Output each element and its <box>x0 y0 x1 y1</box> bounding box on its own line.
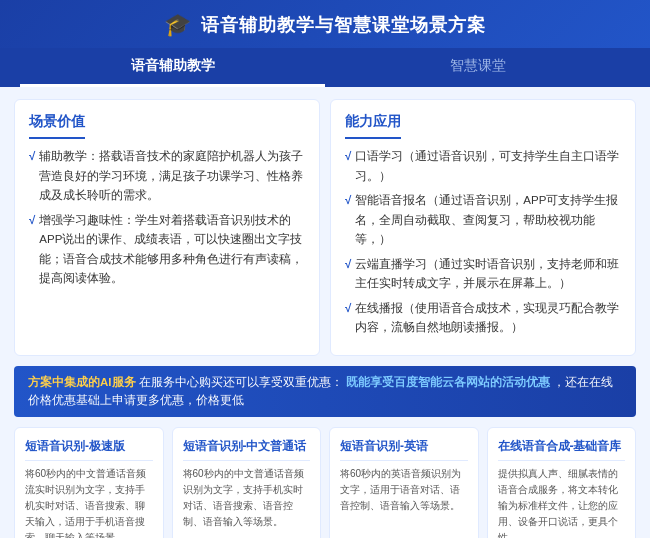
product-name-0: 短语音识别-极速版 <box>25 438 153 461</box>
ability-text-3: 在线播报（使用语音合成技术，实现灵巧配合教学内容，流畅自然地朗读播报。） <box>355 299 621 338</box>
main-content: 场景价值 √ 辅助教学：搭载语音技术的家庭陪护机器人为孩子营造良好的学习环境，满… <box>0 87 650 538</box>
ability-check-2: √ <box>345 255 351 294</box>
tab-bar: 语音辅助教学 智慧课堂 <box>0 48 650 87</box>
tab-zhihui[interactable]: 智慧课堂 <box>325 48 630 87</box>
product-desc-3: 提供拟真人声、细腻表情的语音合成服务，将文本转化输为标准样文件，让您的应用、设备… <box>498 466 626 539</box>
ai-banner-prefix: 方案中集成的AI服务 <box>28 376 136 388</box>
ability-check-0: √ <box>345 147 351 186</box>
product-name-2: 短语音识别-英语 <box>340 438 468 461</box>
product-desc-2: 将60秒内的英语音频识别为文字，适用于语音对话、语音控制、语音输入等场景。 <box>340 466 468 539</box>
scene-card: 场景价值 √ 辅助教学：搭载语音技术的家庭陪护机器人为孩子营造良好的学习环境，满… <box>14 99 320 356</box>
product-grid: 短语音识别-极速版 将60秒内的中文普通话音频流实时识别为文字，支持手机实时对话… <box>14 427 636 538</box>
ability-item-3: √ 在线播报（使用语音合成技术，实现灵巧配合教学内容，流畅自然地朗读播报。） <box>345 299 621 338</box>
tab-yuyin[interactable]: 语音辅助教学 <box>20 48 325 87</box>
product-card-2: 短语音识别-英语 将60秒内的英语音频识别为文字，适用于语音对话、语音控制、语音… <box>329 427 479 538</box>
ability-item-0: √ 口语学习（通过语音识别，可支持学生自主口语学习。） <box>345 147 621 186</box>
product-name-1: 短语音识别-中文普通话 <box>183 438 311 461</box>
ability-text-1: 智能语音报名（通过语音识别，APP可支持学生报名，全周自动截取、查阅复习，帮助校… <box>355 191 621 250</box>
main-container: 🎓 语音辅助教学与智慧课堂场景方案 语音辅助教学 智慧课堂 场景价值 √ 辅助教… <box>0 0 650 538</box>
ability-text-0: 口语学习（通过语音识别，可支持学生自主口语学习。） <box>355 147 621 186</box>
header: 🎓 语音辅助教学与智慧课堂场景方案 <box>0 0 650 48</box>
product-card-0: 短语音识别-极速版 将60秒内的中文普通话音频流实时识别为文字，支持手机实时对话… <box>14 427 164 538</box>
header-icon: 🎓 <box>164 12 191 38</box>
scene-item-1: √ 增强学习趣味性：学生对着搭载语音识别技术的APP说出的课作、成绩表语，可以快… <box>29 211 305 289</box>
ability-check-1: √ <box>345 191 351 250</box>
product-desc-0: 将60秒内的中文普通话音频流实时识别为文字，支持手机实时对话、语音搜索、聊天输入… <box>25 466 153 539</box>
scene-text-0: 辅助教学：搭载语音技术的家庭陪护机器人为孩子营造良好的学习环境，满足孩子功课学习… <box>39 147 305 206</box>
ability-check-3: √ <box>345 299 351 338</box>
ai-banner-text2: 既能享受百度智能云各网站的活动优惠 <box>346 376 550 388</box>
scene-text-1: 增强学习趣味性：学生对着搭载语音识别技术的APP说出的课作、成绩表语，可以快速圈… <box>39 211 305 289</box>
product-name-3: 在线语音合成-基础音库 <box>498 438 626 461</box>
ability-card: 能力应用 √ 口语学习（通过语音识别，可支持学生自主口语学习。） √ 智能语音报… <box>330 99 636 356</box>
product-card-3: 在线语音合成-基础音库 提供拟真人声、细腻表情的语音合成服务，将文本转化输为标准… <box>487 427 637 538</box>
check-mark-0: √ <box>29 147 35 206</box>
scene-card-content: √ 辅助教学：搭载语音技术的家庭陪护机器人为孩子营造良好的学习环境，满足孩子功课… <box>29 147 305 289</box>
ability-text-2: 云端直播学习（通过实时语音识别，支持老师和班主任实时转成文字，并展示在屏幕上。） <box>355 255 621 294</box>
scene-card-title: 场景价值 <box>29 113 85 139</box>
check-mark-1: √ <box>29 211 35 289</box>
product-card-1: 短语音识别-中文普通话 将60秒内的中文普通话音频识别为文字，支持手机实时对话、… <box>172 427 322 538</box>
ability-card-content: √ 口语学习（通过语音识别，可支持学生自主口语学习。） √ 智能语音报名（通过语… <box>345 147 621 338</box>
ai-banner: 方案中集成的AI服务 在服务中心购买还可以享受双重优惠： 既能享受百度智能云各网… <box>14 366 636 417</box>
ai-banner-text1: 在服务中心购买还可以享受双重优惠： <box>139 376 343 388</box>
ability-item-2: √ 云端直播学习（通过实时语音识别，支持老师和班主任实时转成文字，并展示在屏幕上… <box>345 255 621 294</box>
scene-item-0: √ 辅助教学：搭载语音技术的家庭陪护机器人为孩子营造良好的学习环境，满足孩子功课… <box>29 147 305 206</box>
top-cards: 场景价值 √ 辅助教学：搭载语音技术的家庭陪护机器人为孩子营造良好的学习环境，满… <box>14 99 636 356</box>
header-title: 语音辅助教学与智慧课堂场景方案 <box>201 13 486 37</box>
product-desc-1: 将60秒内的中文普通话音频识别为文字，支持手机实时对话、语音搜索、语音控制、语音… <box>183 466 311 539</box>
ability-card-title: 能力应用 <box>345 113 401 139</box>
ability-item-1: √ 智能语音报名（通过语音识别，APP可支持学生报名，全周自动截取、查阅复习，帮… <box>345 191 621 250</box>
